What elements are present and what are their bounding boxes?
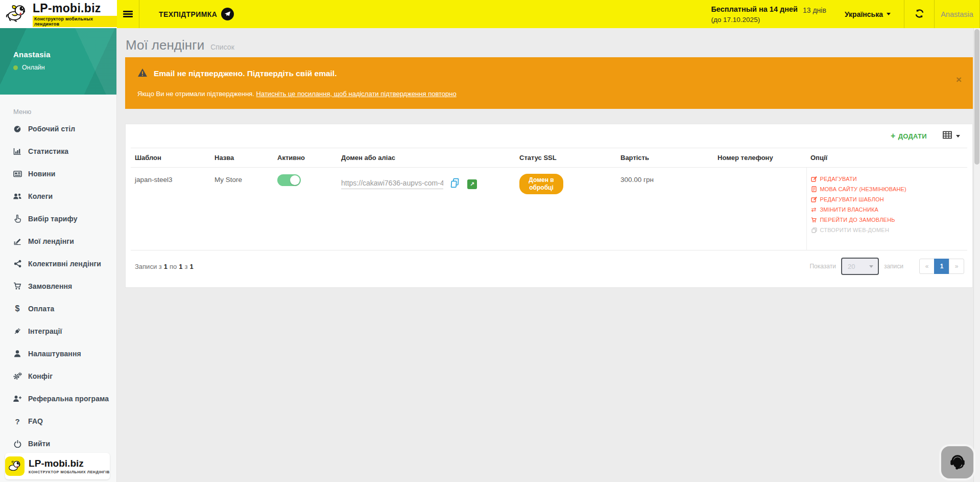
add-landing-button[interactable]: + ДОДАТИ [891,131,927,141]
sidebar-item-payment[interactable]: $ Оплата [0,297,116,320]
pagination: « 1 » [920,259,964,274]
active-toggle[interactable] [277,174,301,186]
trial-info: Бесплатный на 14 дней (до 17.10.2025) [711,3,798,25]
external-link-icon: ↗ [470,181,474,188]
signature-icon [12,237,22,245]
sidebar-user-panel: Anastasia Онлайн [0,28,116,95]
cart-icon [12,282,22,290]
cell-ssl-status: Домен в обробці [515,168,616,250]
footer-logo-title: LP-mobi.biz [29,458,110,469]
edit-icon [811,196,818,202]
headset-icon [947,451,968,473]
exchange-icon: ⇄ [811,206,818,213]
cell-active [273,168,337,250]
logo-subtitle: Конструктор мобильных лендингов [33,16,117,27]
sidebar-username: Anastasia [13,50,116,59]
alert-title-text: Email не підтверджено. Підтвердіть свій … [154,69,337,78]
trial-days-left: 13 днів [803,6,826,14]
sidebar-item-colleagues[interactable]: Колеги [0,185,116,208]
dashboard-icon [12,125,22,133]
sidebar-item-faq[interactable]: ? FAQ [0,410,116,432]
col-header-options: Опції [806,148,967,168]
language-selector[interactable]: Українська [845,10,891,18]
col-header-active[interactable]: Активно [273,148,337,168]
sidebar-toggle-button[interactable] [117,0,139,28]
col-header-name[interactable]: Назва [210,148,273,168]
top-bar: LP-mobi.biz Конструктор мобильных лендин… [0,0,980,28]
sidebar-item-dashboard[interactable]: Робочий стіл [0,118,116,140]
resend-confirmation-link[interactable]: Натисніть це посилання, щоб надіслати пі… [256,90,457,98]
sidebar-item-config[interactable]: Конфіг [0,365,116,387]
option-change-owner-link[interactable]: ⇄ ЗМІНИТИ ВЛАСНИКА [811,206,965,213]
gears-icon [12,372,22,380]
plug-icon [12,327,22,335]
language-file-icon [811,186,818,192]
refresh-button[interactable] [904,0,934,28]
sidebar-item-statistics[interactable]: Статистика [0,140,116,163]
next-page-button[interactable]: » [949,259,964,274]
grid-icon [942,130,952,142]
sidebar-item-news[interactable]: Новини [0,163,116,185]
menu-section-label: Меню [13,108,116,116]
col-header-ssl[interactable]: Статус SSL [515,148,616,168]
option-create-web-domain-link[interactable]: СТВОРИТИ WEB-ДОМЕН [811,227,965,233]
cell-domain: ↗ [337,168,515,250]
page-header: Мої лендінги Список [117,28,973,57]
open-site-button[interactable]: ↗ [467,179,477,189]
header-username[interactable]: Anastasia [935,10,979,18]
sidebar-footer-logo[interactable]: LP-mobi.biz КОНСТРУКТОР МОБІЛЬНИХ ЛЕНДІН… [5,453,110,479]
page-size-select[interactable]: 20 [841,258,879,275]
records-label: записи [884,263,903,270]
domain-input[interactable] [341,179,443,189]
cell-price: 300.00 грн [616,168,713,250]
online-status-label: Онлайн [22,64,45,71]
cell-phone [713,168,806,250]
sidebar-item-logout[interactable]: Вийти [0,432,116,455]
column-settings-button[interactable] [942,130,960,142]
records-summary: Записи з1по1з1 [135,263,194,270]
online-status-dot [13,65,18,70]
sidebar: Anastasia Онлайн Меню Робочий стіл Стати… [0,28,117,482]
sidebar-item-settings[interactable]: Налаштування [0,342,116,365]
page-1-button[interactable]: 1 [934,259,949,274]
sidebar-item-tariff[interactable]: Вибір тарифу [0,208,116,230]
scrollbar-thumb[interactable] [974,29,979,165]
chevron-down-icon [956,135,960,137]
panel-toolbar: + ДОДАТИ [131,124,967,148]
col-header-domain[interactable]: Домен або аліас [337,148,515,168]
sidebar-item-integrations[interactable]: Інтеграції [0,320,116,342]
dollar-icon: $ [12,304,22,313]
header-yellow-bar: ТЕХПІДТРИМКА Бесплатный на 14 дней (до 1… [117,0,980,28]
language-label: Українська [845,10,883,18]
edit-icon [811,176,818,182]
sidebar-item-collective-landings[interactable]: Колективні лендінги [0,253,116,275]
user-icon [12,350,22,358]
sidebar-item-orders[interactable]: Замовлення [0,275,116,297]
sidebar-item-referral[interactable]: Реферальна програма [0,387,116,410]
trial-plan: Бесплатный на 14 дней [711,4,798,15]
prev-page-button[interactable]: « [919,259,935,274]
trial-until: (до 17.10.2025) [711,15,798,25]
col-header-template[interactable]: Шаблон [131,148,210,168]
option-go-to-orders-link[interactable]: ПЕРЕЙТИ ДО ЗАМОВЛЕНЬ [811,217,965,223]
page-scrollbar[interactable] [973,28,980,482]
chevron-down-icon [887,13,891,15]
copy-icon[interactable] [450,178,461,190]
table-header-row: Шаблон Назва Активно Домен або аліас Ста… [131,148,967,168]
cell-options: РЕДАГУВАТИ МОВА САЙТУ (НЕЗМІНЮВАНЕ) РЕДА… [806,168,967,250]
support-chat-button[interactable] [941,446,973,478]
close-icon[interactable]: × [956,75,962,84]
logo-title: LP-mobi.biz [33,2,117,15]
col-header-phone[interactable]: Номер телефону [713,148,806,168]
sidebar-item-my-landings[interactable]: Мої лендінги [0,230,116,253]
col-header-price[interactable]: Вартість [616,148,713,168]
option-edit-link[interactable]: РЕДАГУВАТИ [811,176,965,182]
app-logo[interactable]: LP-mobi.biz Конструктор мобильных лендин… [0,0,117,28]
dog-mascot-icon [5,4,29,25]
option-site-language-link[interactable]: МОВА САЙТУ (НЕЗМІНЮВАНЕ) [811,186,965,192]
option-edit-template-link[interactable]: РЕДАГУВАТИ ШАБЛОН [811,196,965,202]
support-link[interactable]: ТЕХПІДТРИМКА [159,8,234,20]
share-icon [12,260,22,268]
telegram-icon [221,8,234,20]
power-icon [12,440,22,448]
